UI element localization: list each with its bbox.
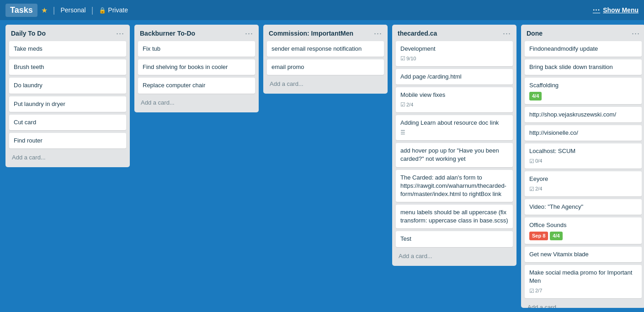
check-icon: ☑ — [529, 287, 534, 295]
personal-label: Personal — [60, 6, 85, 14]
card-thecarded-7[interactable]: Test — [396, 231, 513, 247]
header-divider: | — [53, 5, 55, 15]
card-daily-todo-2[interactable]: Do laundry — [9, 78, 126, 93]
add-card-btn-commission[interactable]: Add a card... — [267, 78, 384, 90]
card-text: Replace computer chair — [143, 81, 250, 90]
card-done-2[interactable]: Scaffolding4/4 — [525, 78, 642, 104]
card-badges: Sep 84/4 — [529, 232, 637, 240]
private-label: Private — [108, 6, 128, 14]
card-done-7[interactable]: Video: "The Agency" — [525, 199, 642, 215]
card-done-8[interactable]: Office SoundsSep 84/4 — [525, 217, 642, 244]
column-header-done: Done··· — [525, 28, 642, 38]
add-card-btn-thecarded[interactable]: Add a card... — [396, 250, 513, 262]
show-menu-label: Show Menu — [603, 6, 639, 14]
column-title-backburner: Backburner To-Do — [140, 30, 195, 37]
card-badges: ☑ 9/10 — [400, 55, 508, 63]
add-card-btn-backburner[interactable]: Add a card... — [138, 96, 255, 109]
personal-nav[interactable]: Personal — [60, 6, 85, 14]
card-badges: ☑ 0/4 — [529, 158, 637, 165]
card-text: Get new Vitamix blade — [529, 250, 637, 259]
badge-label-green: 4/4 — [529, 92, 542, 100]
card-badges: 4/4 — [529, 92, 637, 100]
add-card-btn-done[interactable]: Add a card... — [525, 301, 642, 308]
check-icon: ☑ — [529, 158, 534, 165]
add-card-btn-daily-todo[interactable]: Add a card... — [9, 151, 126, 164]
card-badges: ☑ 2/4 — [529, 185, 637, 193]
card-thecarded-0[interactable]: Development☑ 9/10 — [396, 41, 513, 66]
card-text: Adding Learn about resource doc link — [400, 119, 508, 127]
card-text: Findoneandmodify update — [529, 45, 637, 53]
card-text: Bring back slide down transition — [529, 63, 637, 71]
card-thecarded-1[interactable]: Add page /carding.html — [396, 69, 513, 85]
card-text: Video: "The Agency" — [529, 203, 637, 211]
card-text: email promo — [271, 63, 379, 71]
card-backburner-1[interactable]: Find shelving for books in cooler — [138, 59, 255, 75]
column-header-thecarded: thecarded.ca··· — [396, 28, 513, 38]
card-daily-todo-0[interactable]: Take meds — [9, 41, 126, 57]
header-divider-2: | — [91, 5, 94, 15]
card-text: Find shelving for books in cooler — [143, 63, 250, 71]
star-icon[interactable]: ★ — [41, 6, 48, 15]
card-done-9[interactable]: Get new Vitamix blade — [525, 247, 642, 262]
check-icon: ☑ — [400, 101, 405, 109]
private-nav[interactable]: 🔒 Private — [99, 6, 128, 14]
column-menu-icon-daily-todo[interactable]: ··· — [116, 29, 124, 37]
card-text: Make social media promo for Important Me… — [529, 269, 637, 285]
column-menu-icon-commission[interactable]: ··· — [374, 29, 382, 37]
card-text: Add page /carding.html — [400, 73, 508, 81]
card-text: Development — [400, 45, 508, 53]
card-done-6[interactable]: Eeyore☑ 2/4 — [525, 171, 642, 196]
column-menu-icon-backburner[interactable]: ··· — [245, 29, 253, 37]
card-daily-todo-4[interactable]: Cut card — [9, 115, 126, 130]
column-title-done: Done — [527, 30, 543, 37]
card-text: http://shop.vejaskruszewski.com/ — [529, 111, 637, 119]
card-done-10[interactable]: Make social media promo for Important Me… — [525, 265, 642, 298]
show-menu-button[interactable]: ··· Show Menu — [593, 6, 639, 14]
card-text: Office Sounds — [529, 221, 637, 229]
check-icon: ☑ — [529, 185, 534, 193]
card-backburner-2[interactable]: Replace computer chair — [138, 78, 255, 93]
column-menu-icon-done[interactable]: ··· — [632, 29, 640, 37]
card-done-5[interactable]: Localhost: SCUM☑ 0/4 — [525, 143, 642, 169]
card-commission-0[interactable]: sender email response notification — [267, 41, 384, 57]
card-text: Localhost: SCUM — [529, 147, 637, 155]
badge-label-green: 4/4 — [550, 232, 562, 240]
card-done-4[interactable]: http://visionelle.co/ — [525, 125, 642, 141]
column-done: Done···Findoneandmodify updateBring back… — [521, 25, 644, 308]
card-text: Put laundry in dryer — [14, 100, 122, 108]
card-badges: ☑ 2/4 — [400, 101, 508, 109]
badge-checklist: ☑ 9/10 — [400, 55, 416, 63]
column-header-commission: Commission: ImportantMen··· — [267, 28, 384, 38]
card-text: Eeyore — [529, 175, 637, 183]
app-title[interactable]: Tasks — [5, 4, 37, 17]
card-thecarded-3[interactable]: Adding Learn about resource doc link☰ — [396, 115, 513, 140]
card-text: add hover pop up for "Have you been card… — [400, 147, 508, 163]
column-title-daily-todo: Daily To Do — [11, 30, 46, 37]
card-backburner-0[interactable]: Fix tub — [138, 41, 255, 57]
check-icon: ☑ — [400, 55, 405, 63]
card-done-0[interactable]: Findoneandmodify update — [525, 41, 642, 57]
card-commission-1[interactable]: email promo — [267, 59, 384, 75]
card-thecarded-2[interactable]: Mobile view fixes☑ 2/4 — [396, 87, 513, 112]
badge-checklist: ☑ 2/4 — [529, 185, 542, 193]
card-text: Find router — [14, 137, 122, 145]
card-done-3[interactable]: http://shop.vejaskruszewski.com/ — [525, 107, 642, 122]
card-thecarded-4[interactable]: add hover pop up for "Have you been card… — [396, 143, 513, 167]
column-menu-icon-thecarded[interactable]: ··· — [503, 29, 511, 37]
header: Tasks ★ | Personal | 🔒 Private ··· Show … — [0, 0, 644, 20]
card-daily-todo-1[interactable]: Brush teeth — [9, 59, 126, 75]
card-done-1[interactable]: Bring back slide down transition — [525, 59, 642, 75]
badge-description: ☰ — [400, 129, 405, 137]
column-header-backburner: Backburner To-Do··· — [138, 28, 255, 38]
card-thecarded-6[interactable]: menu labels should be all uppercase (fix… — [396, 205, 513, 228]
dots-icon: ··· — [593, 6, 600, 14]
badge-checklist: ☑ 2/7 — [529, 287, 542, 295]
card-text: Do laundry — [14, 81, 122, 90]
card-thecarded-5[interactable]: The Carded: add alan's form to https://r… — [396, 170, 513, 202]
column-title-commission: Commission: ImportantMen — [269, 30, 353, 37]
card-text: Fix tub — [143, 45, 250, 53]
card-daily-todo-3[interactable]: Put laundry in dryer — [9, 96, 126, 112]
card-daily-todo-5[interactable]: Find router — [9, 133, 126, 148]
column-commission: Commission: ImportantMen···sender email … — [263, 25, 388, 94]
card-text: sender email response notification — [271, 45, 379, 53]
